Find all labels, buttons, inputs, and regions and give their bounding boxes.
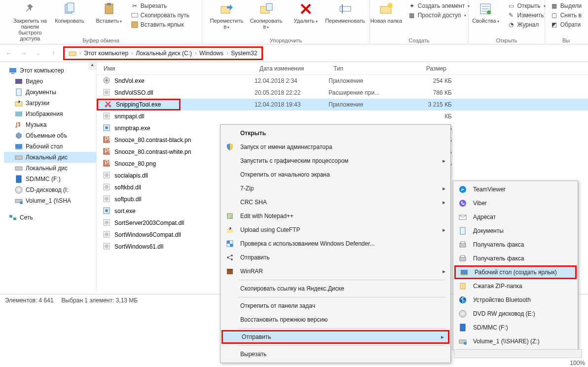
sendto-item-0[interactable]: TeamViewer bbox=[454, 183, 577, 196]
svg-point-43 bbox=[105, 126, 108, 129]
sendto-item-1[interactable]: Viber bbox=[454, 196, 577, 210]
history-icon: ◔ bbox=[507, 21, 515, 29]
ctx-item-14[interactable]: Открепить от панели задач bbox=[221, 299, 449, 313]
tree-item-5[interactable]: Музыка bbox=[4, 119, 96, 130]
breadcrumb[interactable]: › Этот компьютер› Локальный диск (C:)› W… bbox=[63, 46, 263, 60]
tree-item-8[interactable]: Локальный дис bbox=[4, 152, 96, 163]
sendto-item-6[interactable]: Рабочий стол (создать ярлык) bbox=[454, 265, 577, 279]
svg-rect-32 bbox=[13, 218, 16, 220]
file-row[interactable]: SndVol.exe12.04.2018 2:34Приложение254 К… bbox=[97, 75, 588, 87]
paste-button[interactable]: Вставить bbox=[91, 1, 127, 24]
sendto-item-2[interactable]: Адресат bbox=[454, 210, 577, 224]
recent-button[interactable]: ⌄ bbox=[34, 51, 43, 56]
copy-button[interactable]: Копировать bbox=[52, 1, 87, 24]
tree-item-6[interactable]: Объемные объ bbox=[4, 130, 96, 141]
tree-item-4[interactable]: Изображения bbox=[4, 109, 96, 119]
nav-tree[interactable]: ▲ Этот компьютерВидеоДокументыЗагрузкиИз… bbox=[0, 62, 97, 292]
ctx-item-15[interactable]: Восстановить прежнюю версию bbox=[221, 313, 449, 327]
svg-point-60 bbox=[105, 209, 108, 212]
ctx-item-4[interactable]: 7-Zip▸ bbox=[221, 182, 449, 195]
move-to-button[interactable]: Переместить в bbox=[209, 1, 245, 30]
back-button[interactable]: ← bbox=[4, 50, 14, 57]
svg-point-66 bbox=[106, 234, 107, 235]
properties-button[interactable]: Свойства bbox=[468, 1, 503, 24]
rename-button[interactable]: Переименовать bbox=[328, 1, 363, 24]
sendto-submenu[interactable]: TeamViewerViberАдресатДокументыПолучател… bbox=[453, 181, 578, 350]
invert-selection-button[interactable]: ◩Обрати bbox=[551, 21, 582, 29]
paste-shortcut-button[interactable]: Вставить ярлык bbox=[131, 21, 189, 29]
dll-icon bbox=[103, 219, 111, 227]
history-button[interactable]: ◔Журнал bbox=[507, 21, 545, 29]
open-button[interactable]: ▭Открыть bbox=[507, 2, 545, 10]
selectnone-icon: ▢ bbox=[551, 11, 558, 19]
sendto-item-9[interactable]: DVD RW дисковод (E:) bbox=[454, 307, 577, 321]
sendto-item-4[interactable]: Получатель факса bbox=[454, 238, 577, 252]
easy-access-button[interactable]: ▦Простой доступ bbox=[408, 11, 470, 19]
ctx-item-17[interactable]: Отправить▸ bbox=[221, 330, 449, 344]
file-row[interactable]: SnippingTool.exe12.04.2018 19:43Приложен… bbox=[97, 99, 588, 110]
tree-item-11[interactable]: CD-дисковод (I: bbox=[4, 184, 96, 195]
forward-button[interactable]: → bbox=[19, 50, 29, 57]
tree-item-12[interactable]: Volume_1 (\\SHA bbox=[4, 195, 96, 206]
tree-item-10[interactable]: SD/MMC (F:) bbox=[4, 174, 96, 184]
col-type[interactable]: Тип bbox=[329, 65, 403, 72]
file-row[interactable]: snmpapi.dllКБ bbox=[97, 110, 588, 122]
context-menu[interactable]: ОткрытьЗапуск от имени администратораЗап… bbox=[220, 124, 451, 363]
h-scrollbar[interactable] bbox=[454, 349, 582, 358]
edit-button[interactable]: ✎Изменить bbox=[507, 11, 545, 19]
delete-button[interactable]: Удалить bbox=[288, 1, 324, 24]
ctx-item-2[interactable]: Запустить с графическим процессором▸ bbox=[221, 154, 449, 168]
column-headers[interactable]: Имя Дата изменения Тип Размер bbox=[97, 62, 588, 75]
cut-button[interactable]: ✂Вырезать bbox=[131, 2, 189, 10]
sendto-item-5[interactable]: Получатель факса bbox=[454, 252, 577, 265]
ctx-item-6[interactable]: Edit with Notepad++ bbox=[221, 209, 449, 223]
ctx-item-7[interactable]: Upload using CuteFTP▸ bbox=[221, 223, 449, 237]
sendto-item-10[interactable]: SD/MMC (F:) bbox=[454, 321, 577, 334]
ctx-item-1[interactable]: Запуск от имени администратора bbox=[221, 140, 449, 154]
sendto-item-8[interactable]: Устройство Bluetooth bbox=[454, 293, 577, 307]
pin-button[interactable]: Закрепить на панели быстрого доступа bbox=[12, 1, 48, 41]
copy-to-button[interactable]: Скопировать в bbox=[249, 1, 284, 30]
tree-item-9[interactable]: Локальный дис bbox=[4, 163, 96, 174]
new-folder-button[interactable]: Новая папка bbox=[368, 1, 404, 24]
copy-path-button[interactable]: Скопировать путь bbox=[131, 11, 189, 19]
tree-item-0[interactable]: Этот компьютер bbox=[4, 65, 96, 76]
up-button[interactable]: ↑ bbox=[48, 50, 58, 57]
tree-item-7[interactable]: Рабочий стол bbox=[4, 141, 96, 152]
svg-rect-8 bbox=[266, 3, 272, 10]
svg-text:PNG: PNG bbox=[105, 159, 110, 166]
svg-rect-85 bbox=[461, 256, 465, 257]
sendto-item-7[interactable]: Сжатая ZIP-папка bbox=[454, 279, 577, 293]
ctx-item-3[interactable]: Открепить от начального экрана bbox=[221, 168, 449, 182]
tree-item-13[interactable]: Сеть bbox=[4, 212, 96, 223]
sendto-item-11[interactable]: Volume_1 (\\SHARE) (Z:) bbox=[454, 334, 577, 348]
blank-icon bbox=[225, 198, 234, 207]
tree-item-1[interactable]: Видео bbox=[4, 76, 96, 87]
sendto-item-3[interactable]: Документы bbox=[454, 224, 577, 238]
col-name[interactable]: Имя bbox=[97, 65, 255, 72]
file-row[interactable]: SndVolSSO.dll20.05.2018 22:22Расширение … bbox=[97, 87, 588, 99]
tree-item-3[interactable]: Загрузки bbox=[4, 98, 96, 109]
svg-point-55 bbox=[106, 186, 107, 187]
ctx-item-12[interactable]: Скопировать ссылку на Яндекс.Диске bbox=[221, 282, 449, 295]
col-size[interactable]: Размер bbox=[403, 65, 452, 72]
select-none-button[interactable]: ▢Снять в bbox=[551, 11, 582, 19]
ctx-item-10[interactable]: WinRAR▸ bbox=[221, 264, 449, 278]
images-icon bbox=[15, 110, 23, 118]
pin-icon bbox=[22, 1, 38, 17]
tree-scroll-up[interactable]: ▲ bbox=[88, 62, 96, 70]
ctx-item-8[interactable]: Проверка с использованием Windows Defend… bbox=[221, 237, 449, 251]
col-date[interactable]: Дата изменения bbox=[255, 65, 329, 72]
tree-item-2[interactable]: Документы bbox=[4, 87, 96, 98]
ctx-item-5[interactable]: CRC SHA▸ bbox=[221, 195, 449, 209]
svg-rect-77 bbox=[227, 269, 233, 270]
ctx-item-19[interactable]: Вырезать bbox=[221, 347, 449, 361]
ctx-item-9[interactable]: Отправить bbox=[221, 251, 449, 264]
moveto-icon bbox=[219, 1, 235, 17]
select-all-button[interactable]: ▦Выдели bbox=[551, 2, 582, 10]
new-item-button[interactable]: ✦Создать элемент bbox=[408, 2, 470, 10]
npp-icon bbox=[225, 212, 234, 220]
selectall-icon: ▦ bbox=[551, 2, 558, 10]
ctx-item-0[interactable]: Открыть bbox=[221, 126, 449, 140]
shield-icon bbox=[225, 143, 234, 151]
